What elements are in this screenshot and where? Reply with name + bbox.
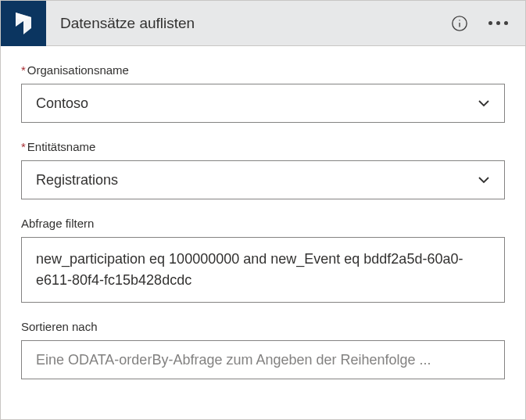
filter-field: Abfrage filtern new_participation eq 100… [21, 217, 505, 303]
required-indicator: * [21, 140, 26, 153]
required-indicator: * [21, 63, 26, 77]
organization-label: *Organisationsname [21, 63, 505, 77]
more-options-icon[interactable] [485, 18, 511, 28]
entity-label: *Entitätsname [21, 140, 505, 153]
card-header: Datensätze auflisten [1, 1, 525, 46]
organization-field: *Organisationsname Contoso [21, 63, 505, 123]
chevron-down-icon [478, 97, 490, 109]
dynamics-logo [1, 1, 46, 46]
organization-select[interactable]: Contoso [21, 84, 505, 123]
entity-select[interactable]: Registrations [21, 160, 505, 199]
filter-input[interactable]: new_participation eq 100000000 and new_E… [21, 237, 505, 303]
card-title: Datensätze auflisten [46, 15, 451, 32]
sort-input[interactable] [36, 352, 490, 368]
sort-field: Sortieren nach [21, 320, 505, 379]
header-actions [451, 15, 525, 32]
sort-input-wrapper [21, 340, 505, 379]
entity-value: Registrations [36, 172, 478, 188]
sort-label: Sortieren nach [21, 320, 505, 333]
info-icon[interactable] [451, 15, 468, 32]
svg-point-2 [459, 20, 460, 20]
action-card: Datensätze auflisten *Organisationsname … [0, 0, 526, 420]
organization-value: Contoso [36, 95, 478, 112]
entity-field: *Entitätsname Registrations [21, 140, 505, 199]
filter-value: new_participation eq 100000000 and new_E… [36, 249, 490, 291]
chevron-down-icon [478, 174, 490, 186]
filter-label: Abfrage filtern [21, 217, 505, 230]
dynamics-icon [11, 11, 36, 36]
card-body: *Organisationsname Contoso *Entitätsname… [1, 46, 525, 414]
